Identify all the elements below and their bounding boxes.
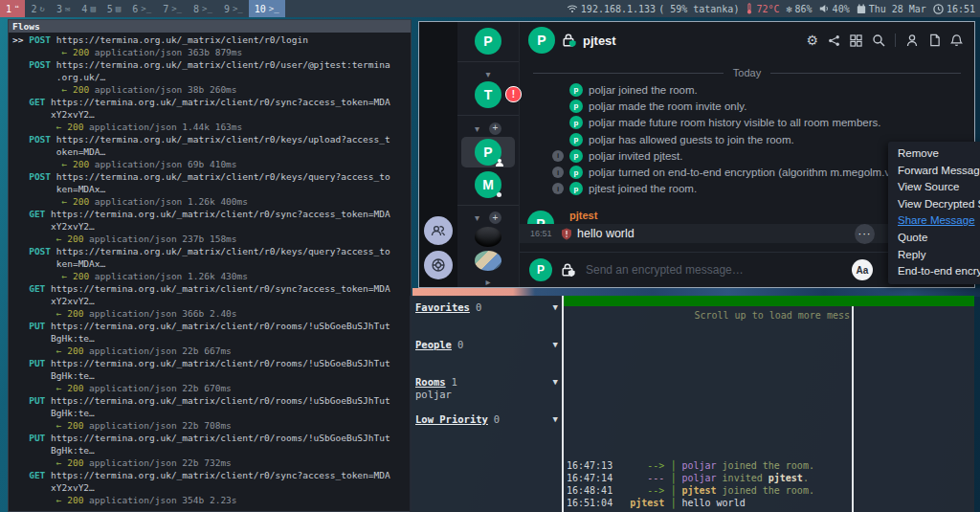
workspace-button[interactable]: 9 >_ (218, 0, 249, 17)
nicklist-separator[interactable] (852, 306, 854, 512)
workspace-icon: >_ (202, 4, 212, 13)
flow-line: BgHk:te… (12, 407, 411, 419)
text-segment: ← (56, 383, 67, 393)
flow-line: ← 200 application/json 69b 410ms (12, 158, 411, 170)
context-menu-item[interactable]: View Decrypted S (898, 196, 980, 213)
text-segment: POST (29, 134, 51, 145)
text-segment (612, 485, 647, 496)
section-header[interactable]: People 0 ▼ (415, 339, 558, 351)
flow-line: POST https://termina.org.uk/_matrix/clie… (12, 245, 411, 257)
search-icon[interactable] (872, 33, 885, 47)
collapse-triangle-icon[interactable]: ▼ (553, 339, 558, 351)
room-item-pjtest-selected[interactable]: P (461, 137, 515, 167)
event-avatar[interactable]: p (569, 83, 583, 97)
event-text: poljar invited pjtest. (589, 150, 682, 162)
collapse-triangle-icon[interactable]: ▼ (553, 301, 558, 314)
workspace-button[interactable]: 6 >_ (126, 0, 157, 17)
text-segment: ← (56, 122, 67, 132)
event-avatar[interactable]: p (569, 133, 583, 146)
text-segment (12, 358, 29, 368)
section-header[interactable]: Low Priority 0 ▼ (415, 413, 558, 426)
text-segment: 200 (67, 457, 83, 468)
user-avatar[interactable]: P (475, 28, 501, 55)
workspace-button[interactable]: 8 >_ (188, 0, 218, 17)
room-avatar-image[interactable] (475, 227, 501, 247)
text-segment: GET (29, 283, 45, 294)
speaker-icon (819, 4, 830, 13)
flow-list[interactable]: >> POST https://termina.org.uk/_matrix/c… (9, 33, 411, 506)
divider (457, 205, 519, 206)
collapse-triangle-icon[interactable]: ▼ (553, 413, 558, 426)
room-avatar-pjtest[interactable]: P (475, 139, 501, 166)
text-segment: application/json 69b 410ms (89, 159, 236, 169)
section-invites-header[interactable]: ▾ (457, 69, 519, 79)
workspace-button[interactable]: 1 ❝ (0, 0, 25, 17)
event-avatar[interactable]: p (569, 166, 583, 179)
flow-line: PUT https://termina.org.uk/_matrix/clien… (12, 394, 411, 407)
share-icon[interactable] (828, 34, 840, 47)
workspace-button[interactable]: 10 >_ (249, 0, 285, 17)
context-menu-item[interactable]: Remove (898, 145, 980, 163)
text-segment: application/json 22b 708ms (83, 420, 231, 431)
context-menu-item[interactable]: View Source (898, 179, 980, 196)
room-list-item[interactable]: poljar (415, 389, 558, 401)
room-avatar-image[interactable] (475, 251, 501, 271)
apps-grid-icon[interactable] (850, 34, 862, 47)
explore-button[interactable] (424, 251, 453, 279)
section-rooms-header[interactable]: ▾ + (457, 122, 519, 135)
event-avatar[interactable]: p (569, 116, 583, 129)
composer-avatar[interactable]: P (529, 258, 552, 281)
context-menu-item[interactable]: End-to-end encry (898, 263, 980, 280)
section-header[interactable]: Favorites 0 ▼ (415, 301, 558, 314)
text-segment: https://termina.org.uk/_matrix/client/r0… (51, 134, 390, 145)
context-menu-item[interactable]: Quote (898, 230, 980, 247)
text-segment: 200 (73, 196, 89, 207)
text-segment: invited (717, 473, 768, 483)
settings-icon[interactable]: ⚙ (806, 33, 818, 47)
room-item-t[interactable]: T ! (475, 81, 501, 108)
message-options-button[interactable]: ··· (855, 224, 875, 244)
flow-line: ← 200 application/json 1.26k 430ms (12, 270, 411, 282)
files-icon[interactable] (928, 33, 941, 47)
text-segment: POST (29, 34, 51, 45)
text-segment: PUT (29, 321, 45, 331)
workspace-button[interactable]: 4 ▤ (76, 0, 100, 17)
context-menu-item[interactable]: Reply (898, 247, 980, 264)
text-segment (12, 395, 29, 406)
event-avatar[interactable]: p (569, 149, 583, 163)
text-segment: https://termina.org.uk/_matrix/client/r0… (45, 209, 390, 219)
expand-panel-button[interactable]: ▸ (485, 277, 490, 287)
collapse-triangle-icon[interactable]: ▼ (553, 376, 558, 389)
group-people-button[interactable] (424, 216, 453, 245)
room-name[interactable]: pjtest (583, 33, 616, 48)
text-segment: . (803, 473, 809, 483)
workspace-icon: ✉ (65, 4, 70, 13)
mitmproxy-window[interactable]: Flows >> POST https://termina.org.uk/_ma… (8, 19, 412, 512)
workspace-button[interactable]: 7 >_ (157, 0, 188, 17)
context-menu-item[interactable]: Forward Message (898, 163, 980, 180)
workspace-button[interactable]: 5 ▤ (101, 0, 126, 17)
flow-line: xY2xvY2… (12, 481, 411, 494)
section-header[interactable]: Rooms 1 ▼ (415, 376, 558, 389)
context-menu-item[interactable]: Share Message (898, 212, 980, 230)
add-room-button[interactable]: + (489, 211, 501, 224)
text-segment: https://termina.org.uk/_matrix/client/r0… (51, 59, 390, 70)
members-icon[interactable] (905, 33, 919, 47)
text-segment (612, 498, 630, 508)
room-avatar-m[interactable]: M (475, 171, 501, 198)
add-room-button[interactable]: + (489, 122, 501, 135)
room-avatar-t[interactable]: T (475, 81, 501, 108)
message-input[interactable] (584, 262, 843, 278)
hidden-event-icon: i (552, 167, 564, 178)
chat-log[interactable]: 16:47:13 --> │ poljar joined the room.16… (567, 459, 814, 509)
workspace-button[interactable]: 2 ↻ (25, 0, 50, 17)
event-avatar[interactable]: p (569, 100, 583, 113)
section-lowpriority-header[interactable]: ▾ + (457, 211, 519, 224)
format-text-button[interactable]: Aa (852, 259, 873, 280)
flow-line: POST https://termina.org.uk/_matrix/clie… (12, 170, 411, 183)
text-segment (12, 321, 29, 331)
notifications-bell-icon[interactable] (950, 33, 963, 47)
event-avatar[interactable]: p (569, 182, 583, 195)
workspace-button[interactable]: 3 ✉ (51, 0, 76, 17)
room-header-avatar[interactable]: P (528, 27, 555, 54)
